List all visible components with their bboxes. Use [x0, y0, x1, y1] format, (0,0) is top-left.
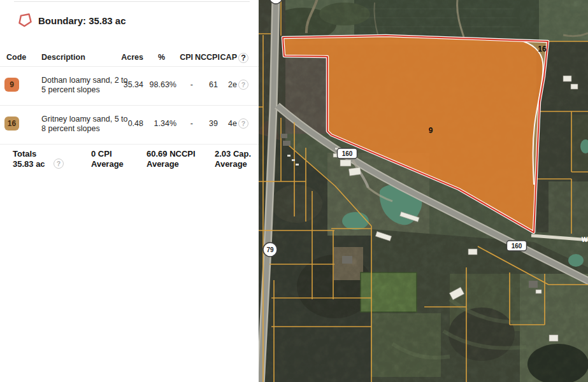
route-shield-160-label: 160	[342, 150, 353, 157]
map-canvas: 9 16 79 160 160 W	[259, 0, 588, 382]
help-icon[interactable]: ?	[54, 159, 64, 169]
acres-value: 35.34	[117, 80, 143, 89]
nccpi-value: 61	[195, 80, 218, 89]
help-icon[interactable]: ?	[238, 118, 248, 129]
header-cpi: CPI	[177, 53, 193, 62]
cpi-value: -	[177, 80, 193, 89]
header-nccpi: NCCPI	[195, 53, 218, 62]
table-row-soil-16: 16 Gritney loamy sand, 5 to 8 percent sl…	[0, 105, 259, 145]
cap-value: 2e	[219, 80, 237, 89]
average-label: Average	[147, 159, 196, 169]
satellite-map[interactable]: 9 16 79 160 160 W	[259, 0, 588, 382]
cpi-value: -	[177, 119, 193, 128]
panel-divider	[14, 1, 250, 2]
soil-code-badge: 9	[4, 78, 19, 92]
nccpi-value: 39	[195, 119, 218, 128]
totals-label: Totals	[13, 149, 45, 159]
cap-average-value: 2.03 Cap.	[215, 149, 251, 159]
percent-value: 1.34%	[147, 119, 176, 128]
soil-label-9: 9	[429, 126, 433, 135]
soil-survey-app: Boundary: 35.83 ac Code Description Acre…	[0, 0, 588, 382]
totals-cpi: 0 CPI Average	[91, 149, 124, 169]
cpi-average-value: 0 CPI	[91, 149, 124, 159]
average-label: Average	[91, 159, 124, 169]
header-code: Code	[6, 53, 35, 62]
soil-label-16: 16	[538, 45, 547, 53]
table-row-soil-9: 9 Dothan loamy sand, 2 to 5 percent slop…	[0, 66, 259, 106]
totals-acres: Totals 35.83 ac	[13, 149, 45, 169]
route-shield-79-label: 79	[266, 246, 274, 253]
nccpi-average-value: 60.69 NCCPI	[147, 149, 196, 159]
soil-code-badge: 16	[4, 117, 19, 131]
totals-acres-value: 35.83 ac	[13, 159, 45, 169]
header-percent: %	[147, 53, 176, 62]
boundary-polygon-icon	[18, 13, 32, 29]
totals-row: Totals 35.83 ac ? 0 CPI Average 60.69 NC…	[0, 144, 259, 188]
totals-cap: 2.03 Cap. Average	[215, 149, 251, 169]
route-shield-160-label: 160	[512, 243, 522, 250]
cap-value: 4e	[219, 119, 237, 128]
header-cap: CAP	[219, 53, 237, 62]
table-header: Code Description Acres % CPI NCCPI CAP ?	[0, 50, 259, 67]
soil-report-panel: Boundary: 35.83 ac Code Description Acre…	[0, 0, 259, 382]
boundary-summary: Boundary: 35.83 ac	[18, 11, 126, 29]
header-acres: Acres	[117, 53, 143, 62]
acres-value: 0.48	[117, 119, 143, 128]
average-label: Average	[215, 159, 251, 169]
totals-nccpi: 60.69 NCCPI Average	[147, 149, 196, 169]
boundary-label: Boundary: 35.83 ac	[38, 15, 126, 26]
help-icon[interactable]: ?	[238, 80, 248, 90]
road-name-partial-label: W	[582, 236, 588, 243]
percent-value: 98.63%	[147, 80, 176, 89]
help-icon[interactable]: ?	[238, 53, 248, 63]
